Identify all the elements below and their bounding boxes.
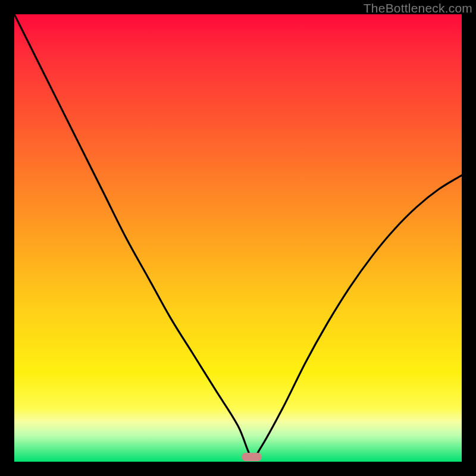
plot-area [14,14,462,462]
watermark-text: TheBottleneck.com [364,1,472,15]
bottleneck-curve [14,14,462,462]
chart-frame: TheBottleneck.com [0,0,476,476]
optimal-marker [242,453,262,461]
curve-path [14,14,462,459]
